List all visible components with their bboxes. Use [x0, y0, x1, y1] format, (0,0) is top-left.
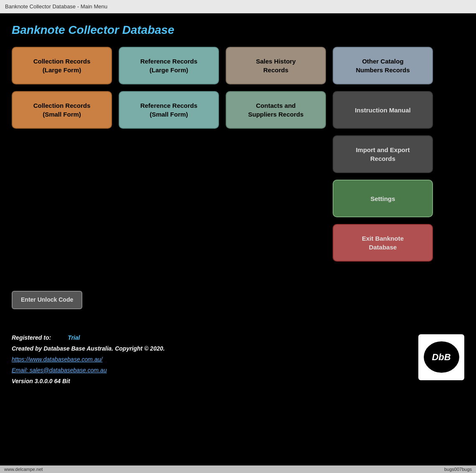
reference-small-button[interactable]: Reference Records (Small Form)	[119, 91, 219, 129]
title-bar: Banknote Collector Database - Main Menu	[0, 0, 476, 13]
registered-row: Registered to: Trial	[12, 334, 165, 341]
version-text: Version 3.0.0.0 64 Bit	[12, 378, 165, 384]
title-bar-text: Banknote Collector Database - Main Menu	[5, 3, 107, 10]
settings-button[interactable]: Settings	[333, 180, 433, 217]
collection-large-button[interactable]: Collection Records (Large Form)	[12, 47, 112, 84]
bottom-section: Registered to: Trial Created by Database…	[12, 334, 464, 384]
reference-large-button[interactable]: Reference Records (Large Form)	[119, 47, 219, 84]
sales-history-button[interactable]: Sales History Records	[226, 47, 326, 84]
button-grid: Collection Records (Large Form) Referenc…	[12, 47, 464, 262]
status-bar: www.delcampe.net bugs007bugs	[0, 465, 476, 473]
unlock-row: Enter Unlock Code	[12, 291, 464, 309]
status-right: bugs007bugs	[444, 467, 472, 472]
import-export-button[interactable]: Import and Export Records	[333, 135, 433, 173]
logo-text: DbB	[432, 352, 451, 363]
website-link[interactable]: https://www.databasebase.com.au/	[12, 356, 165, 363]
status-left: www.delcampe.net	[4, 467, 43, 472]
collection-small-button[interactable]: Collection Records (Small Form)	[12, 91, 112, 129]
logo-inner: DbB	[424, 341, 459, 373]
exit-banknote-button[interactable]: Exit Banknote Database	[333, 224, 433, 262]
registered-label: Registered to:	[12, 334, 51, 341]
main-window: Banknote Collector Database Collection R…	[0, 13, 476, 465]
app-title: Banknote Collector Database	[12, 23, 464, 37]
other-catalog-button[interactable]: Other Catalog Numbers Records	[333, 47, 433, 84]
logo-box: DbB	[418, 334, 464, 380]
contacts-suppliers-button[interactable]: Contacts and Suppliers Records	[226, 91, 326, 129]
email-link[interactable]: Email: sales@databasebase.com.au	[12, 367, 165, 374]
footer-info: Registered to: Trial Created by Database…	[12, 334, 165, 384]
created-by-text: Created by Database Base Australia. Copy…	[12, 345, 165, 352]
enter-unlock-code-button[interactable]: Enter Unlock Code	[12, 291, 82, 309]
registered-value: Trial	[68, 334, 80, 341]
instruction-manual-button[interactable]: Instruction Manual	[333, 91, 433, 129]
